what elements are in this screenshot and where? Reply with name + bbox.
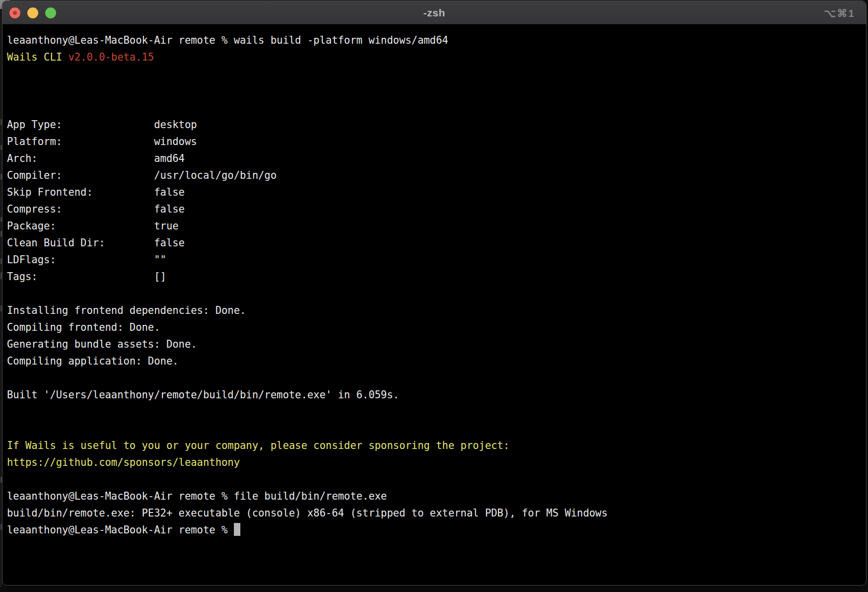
terminal-line <box>7 471 866 488</box>
terminal-text-segment: leaanthony@Leas-MacBook-Air remote % <box>7 524 234 536</box>
terminal-text-segment: Package: true <box>7 220 179 232</box>
terminal-text-segment: Compiler: /usr/local/go/bin/go <box>7 169 277 181</box>
terminal-line: Compiling application: Done. <box>7 353 866 370</box>
terminal-line: Wails CLI v2.0.0-beta.15 <box>7 49 866 66</box>
terminal-line: If Wails is useful to you or your compan… <box>7 437 866 454</box>
terminal-cursor <box>234 523 240 536</box>
terminal-line: Built '/Users/leaanthony/remote/build/bi… <box>7 386 866 403</box>
terminal-line: Platform: windows <box>7 133 866 150</box>
terminal-text-segment: https://github.com/sponsors/leaanthony <box>7 456 240 468</box>
terminal-text-segment: Clean Build Dir: false <box>7 237 185 249</box>
terminal-lines: leaanthony@Leas-MacBook-Air remote % wai… <box>7 32 866 538</box>
terminal-line: Tags: [] <box>7 268 866 285</box>
terminal-screen[interactable]: leaanthony@Leas-MacBook-Air remote % wai… <box>2 24 866 538</box>
terminal-text-segment: leaanthony@Leas-MacBook-Air remote % wai… <box>7 34 448 46</box>
terminal-text-segment: Arch: amd64 <box>7 152 185 164</box>
terminal-text-segment: LDFlags: "" <box>7 254 166 266</box>
terminal-text-segment: Compress: false <box>7 203 185 215</box>
terminal-line: Compress: false <box>7 201 866 218</box>
terminal-line: build/bin/remote.exe: PE32+ executable (… <box>7 505 866 521</box>
terminal-line: Arch: amd64 <box>7 150 866 167</box>
terminal-line: Skip Frontend: false <box>7 184 866 201</box>
terminal-text-segment: Tags: [] <box>7 271 166 283</box>
terminal-line <box>7 82 866 99</box>
terminal-line <box>7 285 866 302</box>
terminal-line: leaanthony@Leas-MacBook-Air remote % fil… <box>7 488 866 505</box>
terminal-text-segment: build/bin/remote.exe: PE32+ executable (… <box>7 507 608 519</box>
terminal-line: Compiling frontend: Done. <box>7 319 866 336</box>
terminal-line: Package: true <box>7 218 866 234</box>
terminal-line: LDFlags: "" <box>7 251 866 268</box>
terminal-window: -zsh ⌥⌘1 leaanthony@Leas-MacBook-Air rem… <box>2 0 867 586</box>
terminal-line <box>7 370 866 386</box>
terminal-text-segment: Built '/Users/leaanthony/remote/build/bi… <box>7 389 399 401</box>
terminal-text-segment: Generating bundle assets: Done. <box>7 338 197 350</box>
terminal-text-segment: leaanthony@Leas-MacBook-Air remote % fil… <box>7 490 387 502</box>
terminal-line: leaanthony@Leas-MacBook-Air remote % wai… <box>7 32 866 49</box>
terminal-line <box>7 420 866 437</box>
terminal-text-segment: Installing frontend dependencies: Done. <box>7 304 246 316</box>
terminal-text-segment: Compiling frontend: Done. <box>7 321 160 333</box>
terminal-line: https://github.com/sponsors/leaanthony <box>7 454 866 471</box>
terminal-line: Generating bundle assets: Done. <box>7 336 866 353</box>
terminal-line: Clean Build Dir: false <box>7 234 866 251</box>
terminal-line <box>7 99 866 116</box>
terminal-line: Installing frontend dependencies: Done. <box>7 302 866 319</box>
terminal-text-segment: If Wails is useful to you or your compan… <box>7 440 509 451</box>
terminal-text-segment: v2.0.0-beta.15 <box>68 51 154 63</box>
terminal-line <box>7 403 866 420</box>
window-shortcut-badge: ⌥⌘1 <box>824 1 855 24</box>
terminal-line: leaanthony@Leas-MacBook-Air remote % <box>7 521 866 538</box>
titlebar[interactable]: -zsh ⌥⌘1 <box>2 1 866 24</box>
window-title: -zsh <box>2 1 866 24</box>
terminal-line <box>7 66 866 82</box>
terminal-text-segment: Compiling application: Done. <box>7 355 179 367</box>
terminal-line: Compiler: /usr/local/go/bin/go <box>7 167 866 184</box>
terminal-text-segment: Platform: windows <box>7 136 197 148</box>
terminal-text-segment: Wails CLI <box>7 51 68 63</box>
terminal-text-segment: App Type: desktop <box>7 119 197 131</box>
terminal-text-segment: Skip Frontend: false <box>7 186 185 198</box>
terminal-line: App Type: desktop <box>7 116 866 133</box>
